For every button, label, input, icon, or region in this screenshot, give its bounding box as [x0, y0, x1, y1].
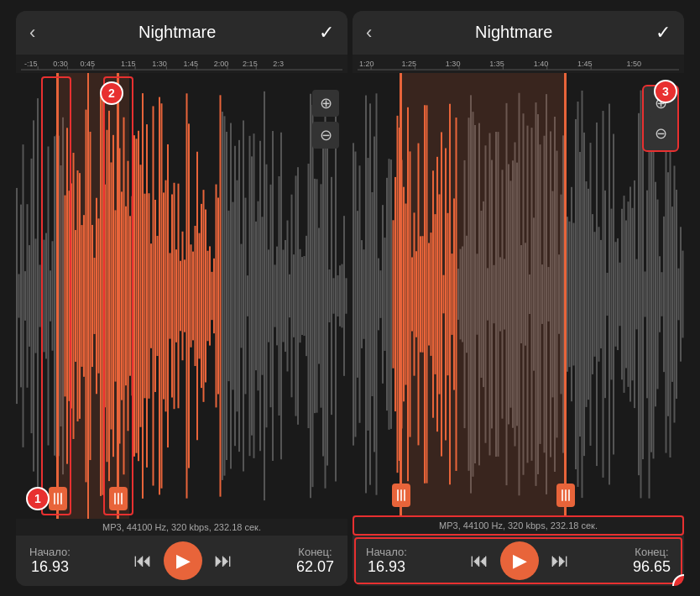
- play-button-2[interactable]: ▶: [500, 541, 539, 580]
- end-value-1: 62.07: [296, 558, 334, 576]
- zoom-in-button-1[interactable]: ⊕: [312, 90, 339, 117]
- svg-text:1:45: 1:45: [184, 60, 199, 68]
- end-time-display-1: Конец: 62.07: [296, 546, 334, 576]
- svg-text:1:25: 1:25: [401, 60, 416, 68]
- main-container: ‹ Nightmare ✓ -:15 0:30 0:45 1:15 1:30 1…: [0, 0, 700, 596]
- left-handle-1[interactable]: [56, 73, 59, 519]
- start-value-2: 16.93: [368, 558, 405, 576]
- svg-text:0:30: 0:30: [53, 60, 68, 68]
- start-time-display-1: Начало: 16.93: [29, 546, 71, 576]
- back-button-1[interactable]: ‹: [29, 22, 35, 44]
- panel-2-header: ‹ Nightmare ✓: [353, 11, 684, 55]
- zoom-out-button-1[interactable]: ⊖: [312, 122, 339, 149]
- title-1: Nightmare: [138, 23, 216, 42]
- back-button-2[interactable]: ‹: [366, 22, 372, 44]
- start-label-2: Начало:: [366, 546, 407, 558]
- panel-1-header: ‹ Nightmare ✓: [16, 11, 347, 55]
- svg-text:2:15: 2:15: [243, 60, 258, 68]
- rewind-button-2[interactable]: ⏮: [470, 550, 488, 572]
- svg-text:1:40: 1:40: [534, 60, 549, 68]
- end-label-1: Конец:: [298, 546, 332, 558]
- end-label-2: Конец:: [635, 546, 668, 558]
- start-value-1: 16.93: [31, 558, 69, 576]
- start-time-display-2: Начало: 16.93: [366, 546, 407, 576]
- right-handle-2[interactable]: [564, 73, 567, 515]
- playhead-1: [87, 73, 89, 519]
- panel-1: ‹ Nightmare ✓ -:15 0:30 0:45 1:15 1:30 1…: [16, 11, 347, 586]
- forward-button-2[interactable]: ⏭: [551, 550, 569, 572]
- confirm-button-2[interactable]: ✓: [656, 22, 671, 44]
- forward-button-1[interactable]: ⏭: [214, 550, 232, 572]
- zoom-out-button-2[interactable]: ⊖: [647, 120, 674, 147]
- selection-overlay-2: [400, 73, 567, 515]
- panel-2: ‹ Nightmare ✓ 1:20 1:25 1:30 1:35 1:40 1…: [353, 11, 684, 586]
- waveform-2[interactable]: ⊕ ⊖ 3: [353, 73, 684, 515]
- waveform-1[interactable]: /* bars rendered via JS below */: [16, 73, 347, 519]
- zoom-controls-1: ⊕ ⊖: [312, 90, 339, 149]
- badge-3: 3: [654, 80, 677, 103]
- badge-2: 2: [100, 81, 123, 105]
- transport-controls-1: ⏮ ▶ ⏭: [133, 541, 232, 580]
- svg-text:1:50: 1:50: [627, 60, 642, 68]
- svg-text:1:35: 1:35: [489, 60, 504, 68]
- title-2: Nightmare: [475, 23, 552, 42]
- transport-controls-2: ⏮ ▶ ⏭: [470, 541, 569, 580]
- right-handle-1[interactable]: [117, 73, 119, 519]
- end-value-2: 96.65: [633, 558, 671, 576]
- badge-1: 1: [26, 487, 50, 510]
- svg-text:-:15: -:15: [24, 60, 38, 68]
- transport-bar-2: Начало: 16.93 ⏮ ▶ ⏭ Конец: 96.65 4: [353, 536, 684, 586]
- file-info-1: MP3, 44100 Hz, 320 kbps, 232.18 сек.: [16, 519, 347, 536]
- svg-text:2:00: 2:00: [214, 60, 229, 68]
- svg-text:1:20: 1:20: [359, 60, 374, 68]
- timeline-2: 1:20 1:25 1:30 1:35 1:40 1:45 1:50: [353, 55, 684, 73]
- transport-bar-1: Начало: 16.93 ⏮ ▶ ⏭ Конец: 62.07: [16, 536, 347, 586]
- svg-text:2:3: 2:3: [273, 60, 284, 68]
- file-info-2: MP3, 44100 Hz, 320 kbps, 232.18 сек.: [353, 515, 684, 536]
- badge-4: 4: [672, 574, 684, 586]
- timeline-1: -:15 0:30 0:45 1:15 1:30 1:45 2:00 2:15 …: [16, 55, 347, 73]
- play-button-1[interactable]: ▶: [164, 541, 202, 580]
- end-time-display-2: Конец: 96.65: [633, 546, 671, 576]
- svg-text:1:30: 1:30: [446, 60, 461, 68]
- left-handle-2[interactable]: [400, 73, 402, 515]
- svg-text:1:45: 1:45: [577, 60, 593, 68]
- svg-text:1:15: 1:15: [121, 60, 136, 68]
- rewind-button-1[interactable]: ⏮: [133, 550, 152, 572]
- svg-text:1:30: 1:30: [152, 60, 167, 68]
- confirm-button-1[interactable]: ✓: [319, 22, 334, 44]
- start-label-1: Начало:: [29, 546, 71, 558]
